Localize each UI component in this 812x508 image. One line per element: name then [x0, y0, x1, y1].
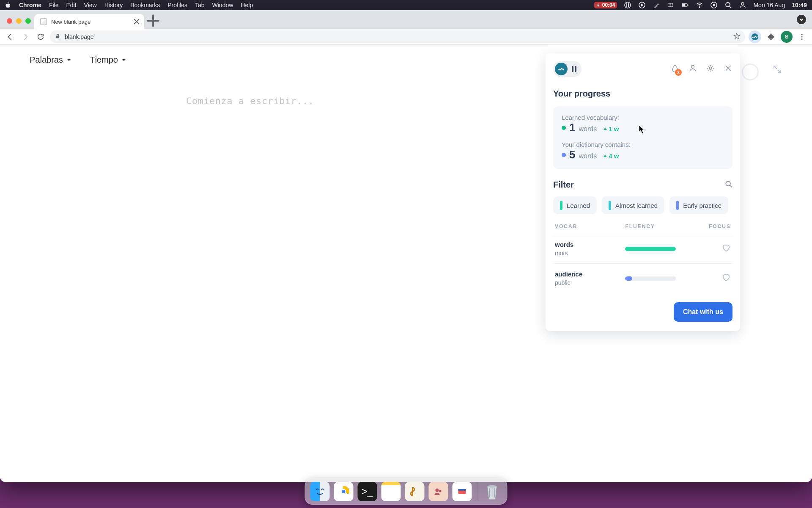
svg-rect-30	[458, 489, 466, 491]
active-tab[interactable]: New blank page	[34, 14, 144, 29]
active-app-name[interactable]: Chrome	[19, 2, 41, 8]
dock-app-terminal[interactable]: >_	[358, 482, 377, 501]
close-tab-button[interactable]	[133, 18, 140, 25]
dictionary-unit: words	[579, 152, 597, 160]
chip-early-practice[interactable]: Early practice	[669, 196, 728, 214]
media-play-icon[interactable]	[638, 1, 646, 9]
th-vocab: VOCAB	[555, 224, 625, 229]
new-tab-button[interactable]	[147, 14, 159, 27]
filter-chips: Learned Almost learned Early practice	[553, 196, 732, 214]
svg-point-13	[713, 4, 715, 6]
recording-timer-badge[interactable]: 00:04	[594, 2, 617, 8]
svg-point-21	[691, 65, 694, 68]
table-row[interactable]: words mots	[553, 234, 732, 263]
menubar-date[interactable]: Mon 16 Aug	[753, 2, 785, 8]
expand-panel-button[interactable]	[772, 64, 785, 77]
dock-app-finder[interactable]	[310, 482, 330, 501]
vocab-table: VOCAB FLUENCY FOCUS words mots audience …	[553, 224, 732, 293]
nav-reload-button[interactable]	[35, 31, 47, 43]
url-bar[interactable]: blank.page	[50, 30, 745, 43]
window-close-button[interactable]	[7, 18, 12, 24]
chrome-menu-button[interactable]	[796, 31, 808, 43]
dock-app-tickets[interactable]	[453, 482, 472, 501]
spotlight-search-icon[interactable]	[724, 1, 732, 9]
menu-window[interactable]: Window	[212, 2, 233, 8]
menu-profiles[interactable]: Profiles	[167, 2, 187, 8]
settings-button[interactable]	[706, 64, 715, 74]
focus-heart-button[interactable]	[721, 243, 731, 254]
caret-up-icon	[603, 126, 608, 131]
nav-back-button[interactable]	[4, 31, 16, 43]
menu-edit[interactable]: Edit	[66, 2, 76, 8]
menu-history[interactable]: History	[104, 2, 123, 8]
bolt-icon	[596, 3, 601, 7]
words-dropdown[interactable]: Palabras	[30, 55, 71, 65]
menubar-time[interactable]: 10:49	[792, 2, 807, 8]
wifi-icon[interactable]	[696, 1, 703, 9]
tab-search-button[interactable]	[797, 15, 806, 24]
svg-point-28	[439, 490, 442, 492]
window-zoom-button[interactable]	[25, 18, 31, 24]
chip-learned[interactable]: Learned	[553, 196, 597, 214]
wave-icon	[751, 33, 759, 41]
tab-strip: New blank page	[0, 10, 812, 29]
menu-tab[interactable]: Tab	[195, 2, 205, 8]
vocab-word: words	[555, 241, 625, 248]
dock-app-chrome[interactable]	[334, 482, 354, 501]
app-logo-icon	[555, 63, 568, 75]
focus-heart-button[interactable]	[721, 273, 731, 284]
menu-help[interactable]: Help	[241, 2, 253, 8]
svg-point-7	[672, 6, 673, 7]
profile-button[interactable]	[689, 64, 697, 74]
user-switch-icon[interactable]	[739, 1, 746, 9]
th-fluency: FLUENCY	[625, 224, 692, 229]
editor-placeholder[interactable]: Comienza a escribir...	[186, 96, 314, 106]
menu-bookmarks[interactable]: Bookmarks	[130, 2, 160, 8]
chrome-profile-button[interactable]: S	[781, 31, 793, 43]
bookmark-star-button[interactable]	[733, 33, 740, 41]
page-favicon-icon	[40, 18, 47, 25]
battery-icon[interactable]	[681, 1, 689, 9]
table-row[interactable]: audience public	[553, 263, 732, 293]
filter-search-button[interactable]	[725, 180, 732, 190]
extensions-button[interactable]	[765, 30, 777, 43]
play-pause-toggle[interactable]	[553, 61, 582, 77]
dock-app-notes[interactable]	[381, 482, 401, 501]
chip-almost-learned[interactable]: Almost learned	[602, 196, 664, 214]
close-icon	[724, 64, 732, 72]
time-dropdown[interactable]: Tiempo	[90, 55, 126, 65]
svg-point-6	[670, 6, 672, 7]
svg-point-11	[699, 7, 700, 8]
dock-trash[interactable]	[483, 482, 502, 501]
chevron-down-icon	[799, 17, 804, 22]
svg-point-27	[436, 489, 439, 492]
close-panel-button[interactable]	[724, 64, 732, 74]
blue-dot-icon	[562, 153, 566, 157]
svg-point-0	[625, 2, 631, 8]
nav-forward-button[interactable]	[19, 31, 31, 43]
tab-title: New blank page	[51, 19, 91, 25]
learned-vocab-count: 1	[569, 121, 575, 134]
notifications-button[interactable]: 2	[671, 64, 679, 74]
chevron-down-icon	[66, 58, 71, 63]
braille-icon[interactable]	[667, 1, 675, 9]
chat-with-us-button[interactable]: Chat with us	[674, 302, 732, 322]
dictionary-count: 5	[569, 148, 575, 161]
vocab-translation: public	[555, 279, 625, 286]
teal-bar-icon	[609, 201, 611, 210]
extension-app-button[interactable]	[749, 30, 761, 43]
dictionary-label: Your dictionary contains:	[562, 141, 724, 148]
control-center-icon[interactable]	[710, 1, 718, 9]
window-minimize-button[interactable]	[16, 18, 22, 24]
apple-logo-icon[interactable]	[5, 2, 11, 8]
menu-file[interactable]: File	[49, 2, 59, 8]
svg-point-23	[726, 181, 730, 186]
dock-app-script[interactable]	[405, 482, 425, 501]
menu-view[interactable]: View	[84, 2, 97, 8]
puzzle-icon	[767, 33, 775, 41]
dock-app-contacts[interactable]	[429, 482, 448, 501]
hammer-icon[interactable]	[653, 1, 660, 9]
quick-action-icon[interactable]	[624, 1, 631, 9]
progress-box: Learned vocabulary: 1 words 1 w Your dic…	[553, 106, 732, 169]
svg-point-20	[801, 38, 802, 39]
